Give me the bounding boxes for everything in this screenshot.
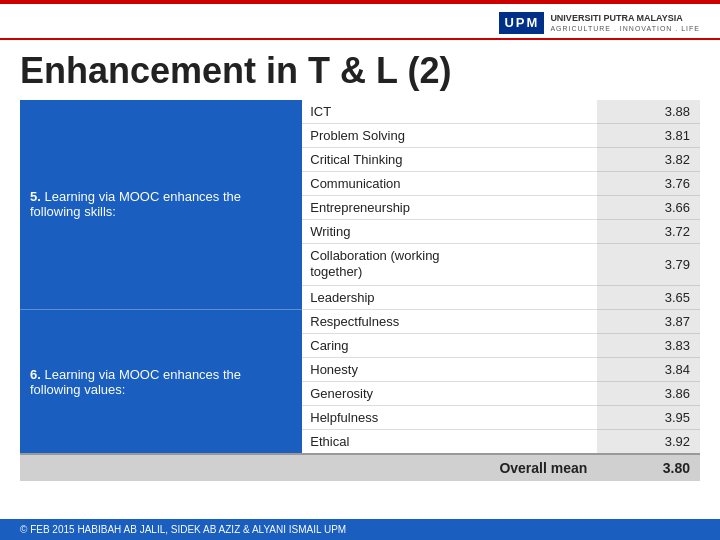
university-name: UNIVERSITI PUTRA MALAYSIA — [550, 13, 700, 25]
section2-label: 6. Learning via MOOC enhances the follow… — [20, 310, 302, 455]
value-cell: 3.82 — [597, 147, 700, 171]
skill-cell: Collaboration (workingtogether) — [302, 243, 597, 286]
value-cell: 3.83 — [597, 334, 700, 358]
skill-cell: Communication — [302, 171, 597, 195]
logo-upm: UPM — [504, 15, 539, 31]
skill-cell: Leadership — [302, 286, 597, 310]
value-cell: 3.72 — [597, 219, 700, 243]
value-cell: 3.84 — [597, 358, 700, 382]
section1-label: 5. Learning via MOOC enhances the follow… — [20, 100, 302, 310]
main-content: 5. Learning via MOOC enhances the follow… — [0, 100, 720, 482]
logo-box: UPM — [499, 12, 544, 34]
skill-cell: Respectfulness — [302, 310, 597, 334]
overall-value: 3.80 — [597, 454, 700, 481]
skill-cell: ICT — [302, 100, 597, 124]
value-cell: 3.66 — [597, 195, 700, 219]
value-cell: 3.95 — [597, 406, 700, 430]
section2-num: 6. — [30, 367, 41, 382]
section2-text: Learning via MOOC enhances the following… — [30, 367, 241, 397]
value-cell: 3.86 — [597, 382, 700, 406]
skill-cell: Problem Solving — [302, 123, 597, 147]
skill-cell: Helpfulness — [302, 406, 597, 430]
header: UPM UNIVERSITI PUTRA MALAYSIA AGRICULTUR… — [0, 4, 720, 40]
value-cell: 3.65 — [597, 286, 700, 310]
skill-cell: Caring — [302, 334, 597, 358]
data-table: 5. Learning via MOOC enhances the follow… — [20, 100, 700, 482]
skill-cell: Honesty — [302, 358, 597, 382]
page-title: Enhancement in T & L (2) — [0, 40, 720, 100]
value-cell: 3.79 — [597, 243, 700, 286]
section1-num: 5. — [30, 189, 41, 204]
skill-cell: Ethical — [302, 430, 597, 455]
value-cell: 3.88 — [597, 100, 700, 124]
skill-cell: Writing — [302, 219, 597, 243]
footer: © FEB 2015 HABIBAH AB JALIL, SIDEK AB AZ… — [0, 519, 720, 540]
skill-cell: Entrepreneurship — [302, 195, 597, 219]
table-row: 5. Learning via MOOC enhances the follow… — [20, 100, 700, 124]
table-row: 6. Learning via MOOC enhances the follow… — [20, 310, 700, 334]
overall-label: Overall mean — [20, 454, 597, 481]
skill-cell: Generosity — [302, 382, 597, 406]
value-cell: 3.87 — [597, 310, 700, 334]
section1-text: Learning via MOOC enhances the following… — [30, 189, 241, 219]
skill-cell: Critical Thinking — [302, 147, 597, 171]
overall-row: Overall mean 3.80 — [20, 454, 700, 481]
value-cell: 3.76 — [597, 171, 700, 195]
university-sub: AGRICULTURE . INNOVATION . LIFE — [550, 25, 700, 32]
logo-area: UPM UNIVERSITI PUTRA MALAYSIA AGRICULTUR… — [499, 12, 700, 34]
logo-text-area: UNIVERSITI PUTRA MALAYSIA AGRICULTURE . … — [550, 13, 700, 32]
value-cell: 3.92 — [597, 430, 700, 455]
value-cell: 3.81 — [597, 123, 700, 147]
